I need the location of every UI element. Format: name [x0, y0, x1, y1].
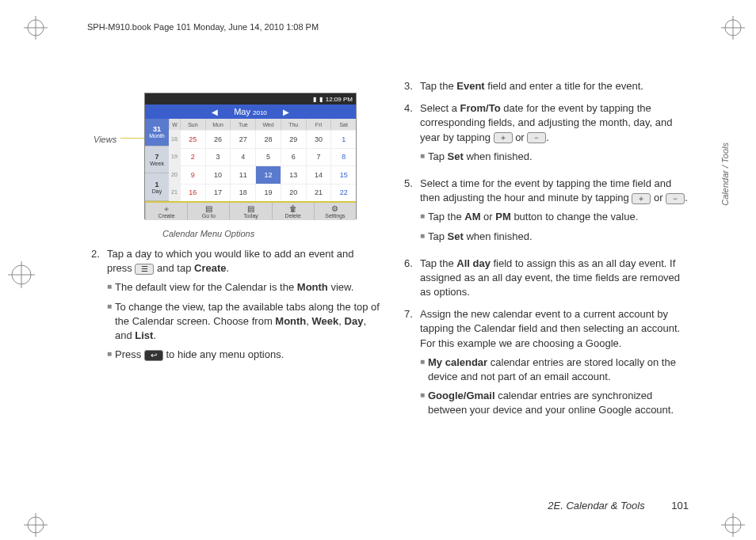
day-cell[interactable]: 21: [306, 184, 331, 202]
day-cell[interactable]: 14: [306, 165, 331, 184]
step-5-sub-2: ■Tap Set when finished.: [420, 230, 689, 244]
step-2: 2. Tap a day to which you would like to …: [91, 247, 380, 367]
month-name: May: [234, 107, 250, 116]
day-cell[interactable]: 3: [205, 148, 231, 166]
go to-icon: ▤: [205, 205, 212, 213]
day-cell[interactable]: 13: [281, 165, 306, 184]
step-7-sub-2: ■Google/Gmail calendar entries are synch…: [420, 389, 689, 417]
battery-icon: ▮: [319, 96, 323, 103]
toolbar-create[interactable]: ＋Create: [145, 203, 187, 220]
dow-header: Mon: [205, 119, 231, 130]
day-cell[interactable]: 4: [230, 148, 255, 166]
settings-icon: ⚙: [331, 205, 338, 213]
day-cell[interactable]: 1: [330, 130, 356, 148]
day-cell[interactable]: 7: [306, 148, 331, 166]
delete-icon: 🗑: [289, 205, 297, 213]
footer-section: 2E. Calendar & Tools: [548, 500, 644, 511]
day-cell[interactable]: 20: [281, 184, 306, 202]
dow-header: Tue: [230, 119, 255, 130]
back-key-icon: ↩: [144, 350, 163, 361]
day-cell[interactable]: 5: [255, 148, 281, 166]
signal-icon: ▮: [313, 96, 316, 103]
callout-line: [120, 138, 144, 139]
day-cell[interactable]: 17: [205, 184, 231, 202]
toolbar-go-to[interactable]: ▤Go to: [187, 203, 229, 220]
day-cell[interactable]: 18: [230, 184, 255, 202]
status-bar: ▮ ▮ 12:09 PM: [145, 93, 356, 105]
day-cell[interactable]: 16: [180, 184, 205, 202]
week-number: 18: [169, 130, 180, 148]
dow-header: Wed: [255, 119, 281, 130]
side-section-tab: Calendar / Tools: [720, 143, 730, 206]
toolbar-delete[interactable]: 🗑Delete: [272, 203, 314, 220]
day-cell[interactable]: 29: [281, 130, 306, 148]
crop-mark-ml: [8, 261, 35, 288]
day-cell[interactable]: 28: [255, 130, 281, 148]
day-cell[interactable]: 10: [205, 165, 231, 184]
step-4: 4.Select a From/To date for the event by…: [404, 101, 689, 169]
day-cell[interactable]: 12: [255, 165, 281, 184]
step-3: 3.Tap the Event field and enter a title …: [404, 79, 689, 93]
calendar-screenshot: ▮ ▮ 12:09 PM ◀ May 2010 ▶ 31Month 7Week …: [144, 93, 357, 219]
step-2-sub-2: ■To change the view, tap the available t…: [107, 300, 380, 344]
month-header: ◀ May 2010 ▶: [145, 105, 356, 119]
day-cell[interactable]: 15: [330, 165, 356, 184]
step-6: 6.Tap the All day field to assign this a…: [404, 257, 689, 300]
day-cell[interactable]: 6: [281, 148, 306, 166]
day-cell[interactable]: 8: [330, 148, 356, 166]
step-2-sub-3: ■Press ↩ to hide any menu options.: [107, 348, 380, 362]
minus-icon: －: [666, 193, 685, 204]
day-cell[interactable]: 11: [230, 165, 255, 184]
day-cell[interactable]: 30: [306, 130, 331, 148]
plus-icon: ＋: [494, 132, 513, 143]
dow-header: Thu: [281, 119, 306, 130]
book-header: SPH-M910.book Page 101 Monday, June 14, …: [87, 22, 319, 32]
menu-key-icon: ☰: [135, 264, 154, 275]
day-cell[interactable]: 25: [180, 130, 205, 148]
view-tabs: 31Month 7Week 1Day: [145, 119, 169, 201]
create-icon: ＋: [162, 205, 170, 213]
day-cell[interactable]: 2: [180, 148, 205, 166]
toolbar-settings[interactable]: ⚙Settings: [314, 203, 356, 220]
day-cell[interactable]: 9: [180, 165, 205, 184]
toolbar-today[interactable]: ▤Today: [229, 203, 271, 220]
calendar-toolbar: ＋Create▤Go to▤Today🗑Delete⚙Settings: [145, 201, 356, 220]
year: 2010: [253, 109, 267, 116]
tab-week[interactable]: 7Week: [145, 146, 169, 174]
step-7: 7.Assign the new calendar event to a cur…: [404, 307, 689, 422]
crop-mark-br: [721, 513, 745, 537]
dow-header: W: [169, 119, 180, 130]
crop-mark-tl: [24, 16, 48, 40]
day-cell[interactable]: 27: [230, 130, 255, 148]
dow-header: Sat: [330, 119, 356, 130]
dow-header: Sun: [180, 119, 205, 130]
step-4-sub-1: ■Tap Set when finished.: [420, 150, 689, 164]
step-5-sub-1: ■Tap the AM or PM button to change the v…: [420, 210, 689, 224]
step-5: 5.Select a time for the event by tapping…: [404, 177, 689, 249]
day-cell[interactable]: 22: [330, 184, 356, 202]
week-number: 21: [169, 184, 180, 202]
week-number: 19: [169, 148, 180, 166]
page-footer: 2E. Calendar & Tools 101: [548, 500, 689, 511]
next-month-icon[interactable]: ▶: [283, 108, 289, 116]
clock: 12:09 PM: [326, 96, 353, 103]
tab-day[interactable]: 1Day: [145, 173, 169, 201]
prev-month-icon[interactable]: ◀: [212, 108, 218, 116]
tab-month[interactable]: 31Month: [145, 119, 169, 146]
day-cell[interactable]: 26: [205, 130, 231, 148]
menu-callout-label: Calendar Menu Options: [162, 229, 254, 238]
crop-mark-tr: [721, 16, 745, 40]
page-number: 101: [671, 500, 689, 511]
minus-icon: －: [527, 132, 546, 143]
week-number: 20: [169, 165, 180, 184]
dow-header: Fri: [306, 119, 331, 130]
day-cell[interactable]: 19: [255, 184, 281, 202]
crop-mark-bl: [24, 513, 48, 537]
calendar-grid: WSunMonTueWedThuFriSat182526272829301192…: [169, 119, 356, 201]
today-icon: ▤: [247, 205, 254, 213]
views-callout-label: Views: [94, 135, 116, 144]
step-7-sub-1: ■My calendar calendar entries are stored…: [420, 356, 689, 384]
step-2-sub-1: ■The default view for the Calendar is th…: [107, 280, 380, 295]
plus-icon: ＋: [632, 193, 651, 204]
